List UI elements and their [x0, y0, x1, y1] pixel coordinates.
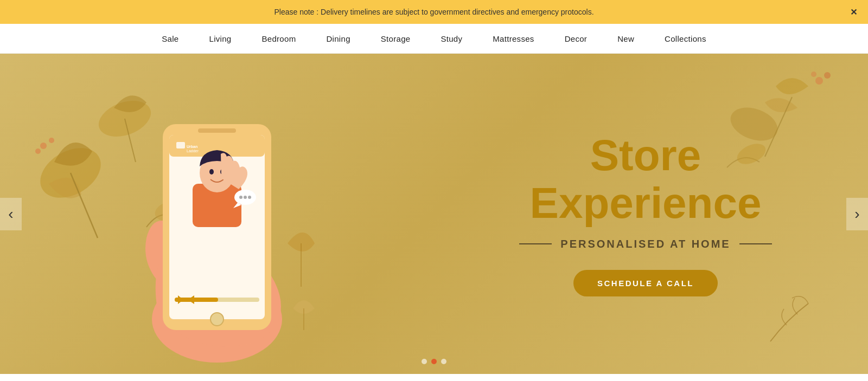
nav-item-decor[interactable]: Decor	[550, 24, 603, 54]
schedule-call-button[interactable]: SCHEDULE A CALL	[573, 270, 718, 296]
nav-item-living[interactable]: Living	[194, 24, 246, 54]
hero-content: Store Experience PERSONALISED AT HOME SC…	[488, 132, 803, 296]
svg-rect-22	[176, 142, 185, 148]
svg-point-12	[811, 72, 816, 77]
svg-point-2	[40, 143, 47, 149]
announcement-text: Please note : Delivery timelines are sub…	[274, 8, 593, 16]
nav-item-new[interactable]: New	[602, 24, 649, 54]
slider-prev-arrow[interactable]: ‹	[0, 198, 22, 230]
hero-slider: Urban Ladder	[0, 54, 868, 374]
announcement-bar: Please note : Delivery timelines are sub…	[0, 0, 868, 24]
svg-point-30	[239, 196, 242, 199]
svg-point-27	[209, 169, 214, 175]
nav-item-sale[interactable]: Sale	[146, 24, 194, 54]
close-icon[interactable]: ✕	[850, 7, 857, 17]
svg-point-31	[244, 196, 247, 199]
nav-item-storage[interactable]: Storage	[366, 24, 426, 54]
nav-item-study[interactable]: Study	[425, 24, 477, 54]
slider-next-arrow[interactable]: ›	[846, 198, 868, 230]
svg-point-11	[824, 72, 831, 79]
deco-branch-right	[760, 287, 825, 352]
svg-point-37	[210, 313, 224, 326]
nav-item-mattresses[interactable]: Mattresses	[477, 24, 549, 54]
svg-rect-20	[198, 128, 236, 133]
hero-subtitle: PERSONALISED AT HOME	[488, 238, 803, 250]
svg-point-32	[248, 196, 251, 199]
nav-item-dining[interactable]: Dining	[311, 24, 365, 54]
svg-point-4	[35, 148, 41, 154]
slider-dot-2[interactable]	[431, 359, 437, 364]
svg-text:Urban: Urban	[187, 145, 197, 148]
phone-illustration: Urban Ladder	[108, 81, 336, 363]
nav-items: Sale Living Bedroom Dining Storage Study…	[146, 24, 722, 54]
svg-point-3	[49, 138, 54, 143]
slider-dots	[422, 359, 446, 364]
nav-item-bedroom[interactable]: Bedroom	[246, 24, 311, 54]
subtitle-line-left	[519, 243, 552, 244]
nav-item-collections[interactable]: Collections	[649, 24, 722, 54]
svg-text:Ladder: Ladder	[187, 149, 199, 153]
svg-point-10	[815, 77, 823, 85]
slider-dot-1[interactable]	[422, 359, 427, 364]
hero-title: Store Experience	[488, 132, 803, 227]
subtitle-line-right	[739, 243, 772, 244]
nav-bar: Sale Living Bedroom Dining Storage Study…	[0, 24, 868, 54]
slider-dot-3[interactable]	[441, 359, 446, 364]
